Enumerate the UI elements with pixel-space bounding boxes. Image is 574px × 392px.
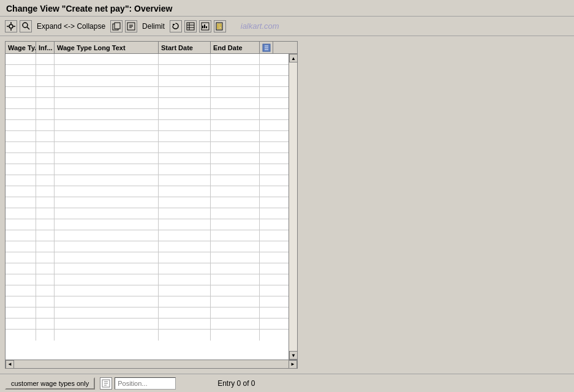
right-panel	[303, 41, 569, 369]
cell-wage-type	[6, 54, 36, 64]
svg-rect-14	[187, 23, 194, 30]
scroll-track	[289, 62, 297, 351]
data-table: Wage Ty... Inf... Wage Type Long Text St…	[5, 41, 298, 369]
table-row	[6, 109, 297, 120]
toolbar-export-icon[interactable]	[214, 20, 226, 32]
cell-start-date	[159, 54, 211, 64]
table-row	[6, 330, 297, 341]
toolbar-copy1-icon[interactable]	[110, 20, 123, 32]
table-row	[6, 307, 297, 318]
main-window: Change View "Create net pay": Overview E…	[0, 0, 574, 392]
table-row	[6, 153, 297, 164]
position-input[interactable]	[115, 377, 176, 390]
table-row	[6, 98, 297, 109]
table-row	[6, 241, 297, 252]
col-header-settings-icon[interactable]	[260, 42, 273, 53]
col-header-wage-type: Wage Ty...	[6, 42, 36, 53]
delimit-button[interactable]: Delimit	[140, 21, 167, 32]
svg-rect-8	[115, 23, 120, 29]
col-header-long-text: Wage Type Long Text	[55, 42, 159, 53]
window-title: Change View "Create net pay": Overview	[6, 4, 172, 13]
table-row	[6, 274, 297, 285]
table-row	[6, 65, 297, 76]
table-row	[6, 120, 297, 131]
table-row	[6, 252, 297, 263]
table-row	[6, 296, 297, 307]
svg-line-6	[27, 27, 29, 29]
table-row	[6, 208, 297, 219]
col-header-start-date: Start Date	[159, 42, 211, 53]
toolbar-icon-search[interactable]	[20, 20, 32, 32]
table-row	[6, 285, 297, 296]
table-row	[6, 164, 297, 175]
scroll-down-button[interactable]: ▼	[289, 351, 297, 360]
svg-point-5	[23, 23, 28, 28]
scroll-right-button[interactable]: ►	[289, 360, 297, 369]
cell-end-date	[211, 54, 260, 64]
expand-collapse-button[interactable]: Expand <-> Collapse	[34, 21, 108, 32]
entry-count-label: Entry 0 of 0	[217, 379, 255, 388]
position-field	[100, 377, 176, 390]
table-row	[6, 175, 297, 186]
table-row	[6, 263, 297, 274]
toolbar-refresh-icon[interactable]	[170, 20, 182, 32]
table-row	[6, 76, 297, 87]
toolbar-table-icon[interactable]	[184, 20, 197, 32]
main-content: Wage Ty... Inf... Wage Type Long Text St…	[0, 36, 574, 374]
horizontal-scrollbar: ◄ ►	[6, 360, 297, 368]
scroll-left-button[interactable]: ◄	[6, 360, 14, 369]
table-row	[6, 131, 297, 142]
table-scrollable: ▲ ▼	[6, 54, 297, 360]
table-row	[6, 54, 297, 65]
table-row	[6, 230, 297, 241]
table-row	[6, 186, 297, 197]
table-row	[6, 318, 297, 330]
status-bar: customer wage types only Entry 0 of 0	[0, 374, 574, 392]
toolbar-icon-settings[interactable]	[5, 20, 17, 32]
customer-wage-types-button[interactable]: customer wage types only	[5, 377, 95, 390]
scroll-up-button[interactable]: ▲	[289, 54, 297, 62]
toolbar: Expand <-> Collapse Delimit ialkart.com	[0, 17, 574, 36]
toolbar-chart-icon[interactable]	[199, 20, 211, 32]
table-body: ▲ ▼	[6, 54, 297, 360]
svg-marker-13	[173, 24, 175, 26]
table-row	[6, 197, 297, 208]
col-header-info: Inf...	[36, 42, 55, 53]
title-bar: Change View "Create net pay": Overview	[0, 0, 574, 17]
col-header-end-date: End Date	[211, 42, 260, 53]
table-row	[6, 142, 297, 153]
position-icon[interactable]	[100, 377, 112, 390]
table-row	[6, 87, 297, 98]
cell-info	[36, 54, 55, 64]
svg-point-0	[9, 24, 13, 28]
watermark-text: ialkart.com	[241, 21, 279, 31]
cell-long-text	[55, 54, 159, 64]
table-row	[6, 219, 297, 230]
vertical-scrollbar: ▲ ▼	[289, 54, 297, 360]
toolbar-copy2-icon[interactable]	[125, 20, 137, 32]
table-header: Wage Ty... Inf... Wage Type Long Text St…	[6, 42, 297, 54]
